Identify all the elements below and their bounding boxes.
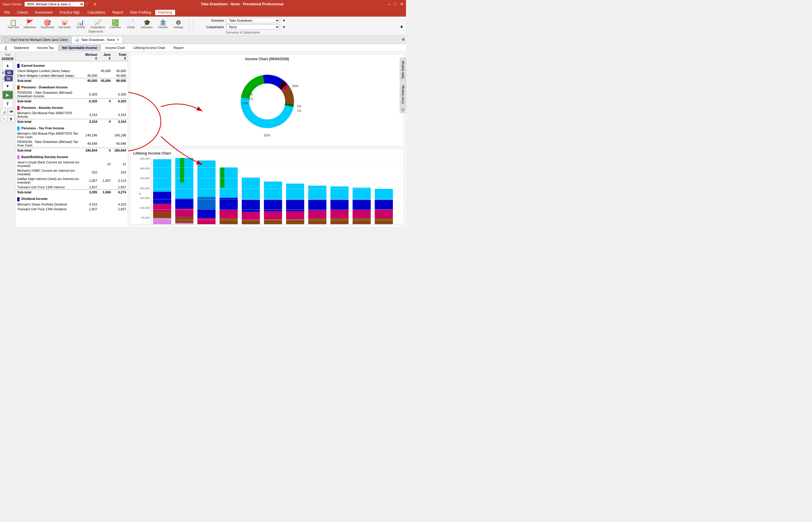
menu-file[interactable]: File [1,10,13,15]
dashboard-button[interactable]: 🎯 Dashboard [39,19,56,29]
fact-find-button[interactable]: 📋 Fact Find [6,19,21,29]
bank-color [17,155,20,159]
table-row: PENSION - Take Drawdown (Michael) Tax Fr… [16,139,128,148]
objectives-label: Objectives [24,26,36,29]
fact-find-label: Fact Find [8,26,19,29]
t-button[interactable]: T [2,100,13,108]
window-controls[interactable]: ─ □ ✕ [388,2,404,6]
cell-total: 6,320 [113,90,128,99]
tab-settings-icon[interactable]: ⚙ [402,38,405,41]
cell-name: Transact Unit Trust 1345 Interest [16,185,83,190]
left-sidebar: Year 2028/29 ▲ M 60 J 62 ▼ ▶ T 📊 🗺 📉 🗑 [0,52,16,227]
pension-label: Pension [158,26,168,29]
income-button[interactable]: 📊 Income [74,19,88,29]
toolbar-collapse-button[interactable]: ▲ [400,24,404,28]
bar-chart-icon-btn[interactable]: 📉 [1,116,7,122]
sub-tab-income-chart[interactable]: Income Chart [101,45,129,51]
maximize-button[interactable]: □ [394,2,397,6]
subtotal-label: Sub-total [16,190,83,195]
education-button[interactable]: 🎓 Education [139,19,155,29]
objectives-icon: 🚩 [26,20,34,25]
cell-total: 3,154 [113,111,128,119]
subtotal-label: Sub-total [16,99,83,104]
pension-button[interactable]: 🏦 Pension [156,19,170,29]
play-button[interactable]: ▶ [2,91,13,99]
cell-michael [83,68,99,73]
menu-clients[interactable]: Clients [14,10,31,15]
cell-total: 45,000 [113,68,128,73]
tab-close-button[interactable]: ✕ [117,38,120,42]
minimize-button[interactable]: ─ [388,2,391,6]
year-down-button[interactable]: ▼ [2,82,13,90]
dashboard-icon: 🎯 [44,20,51,25]
bar-94-pink [353,210,371,218]
tab-take-drawdown[interactable]: 📊 Take Drawdown - None ✕ [72,36,123,43]
menu-investment[interactable]: Investment [32,10,56,15]
menu-practice-mgt[interactable]: Practice Mgt. [57,10,83,15]
delete-icon-btn[interactable]: 🗑 [8,116,15,122]
chart-icon-btn[interactable]: 📊 [1,108,7,115]
toolbar-statements-section: 📋 Fact Find 🚩 Objectives 🎯 Dashboard 🐷 N… [2,19,189,33]
cashflow-button[interactable]: 💹 Cashflow [108,19,122,29]
expand-button[interactable]: ▽ [400,107,406,113]
bars-container: £ [151,157,401,224]
table-settings-tab[interactable]: Table Settings [400,58,406,82]
income-table: Michael£ Jane£ Total£ Earned Income Clie… [16,52,128,212]
cell-jane [99,131,113,139]
sub-tab-lifelong-income[interactable]: Lifelong Income Chart [130,45,169,51]
sub-tab-report[interactable]: Report [170,45,187,51]
bar-54-pink [175,209,193,217]
expenditure-button[interactable]: 📈 Expenditure [89,19,107,29]
sub-tab-back-button[interactable]: ❮ [2,45,9,51]
close-button[interactable]: ✕ [400,2,404,6]
map-icon-btn[interactable]: 🗺 [8,108,15,115]
cell-jane [99,139,113,148]
menu-calculators[interactable]: Calculators [84,10,108,15]
bar-94-cyan [353,188,371,200]
taxfree-color [17,126,20,130]
sub-tab-income-tax[interactable]: Income Tax [33,45,58,51]
charts-area: Income Chart (06/04/2028) [128,52,406,227]
year-up-button[interactable]: ▲ [2,61,13,69]
bar-chart-container: Lifelong Income Chart 350,000 300,000 25… [131,148,404,224]
sub-tab-statement[interactable]: Statement [10,45,33,51]
cell-total: 12 [113,160,128,168]
cell-total: 4,315 [113,202,128,207]
scenario-dropdown-icon: ▼ [282,19,286,22]
bar-74-pink [264,211,282,219]
right-sidebar: Table Settings Chart Settings ▽ [400,58,406,113]
objectives-button[interactable]: 🚩 Objectives [22,19,38,29]
scenario-section: Scenario Take Drawdown ▼ Catastrophe Non… [197,18,289,34]
menu-risk-profiling[interactable]: Risk Profiling [127,10,154,15]
cell-total: 2,114 [113,177,128,185]
statements-section-label: Statements [88,30,103,33]
menu-planning[interactable]: Planning [155,10,175,15]
scenario-select[interactable]: Take Drawdown [227,18,280,23]
chart-settings-tab[interactable]: Chart Settings [400,82,406,106]
sub-tab-net-spendable[interactable]: Net Spendable Income [58,45,101,51]
year-value: 2028/29 [2,57,14,60]
catastrophe-select[interactable]: None [227,24,280,30]
bar-64-green-spike [220,167,225,187]
cell-total: 40,648 [113,139,128,148]
subtotal-michael: 3,205 [83,190,99,195]
bar-84-pink [308,210,326,218]
table-row: Client Widgets Limited (Michael) Salary … [16,73,128,78]
michael-age-badge: M 60 [2,70,13,75]
subtotal-jane: 45,000 [99,78,113,83]
net-worth-button[interactable]: 🐷 Net Worth [57,19,73,29]
tab-fact-find[interactable]: 📋 Fact Find for Michael Client Jane Clie… [1,36,71,43]
annuity-color [17,106,20,110]
y-label-350: 350,000 [140,157,150,160]
bank-header: Bank/Building Society Income [16,153,128,160]
settings-label: Settings [174,26,183,29]
client-dropdown[interactable]: 3055: Michael Client & Jane C... [25,2,84,6]
estate-button[interactable]: 📄 Estate [124,19,138,29]
label-1a: 1% [249,97,253,101]
menu-report[interactable]: Report [110,10,126,15]
drawdown-color [17,85,20,89]
settings-toolbar-button[interactable]: ⚙ Settings [171,19,186,29]
bar-94-blue [353,200,371,210]
catastrophe-label: Catastrophe [200,25,224,29]
play-icon: ▶ [6,93,9,97]
